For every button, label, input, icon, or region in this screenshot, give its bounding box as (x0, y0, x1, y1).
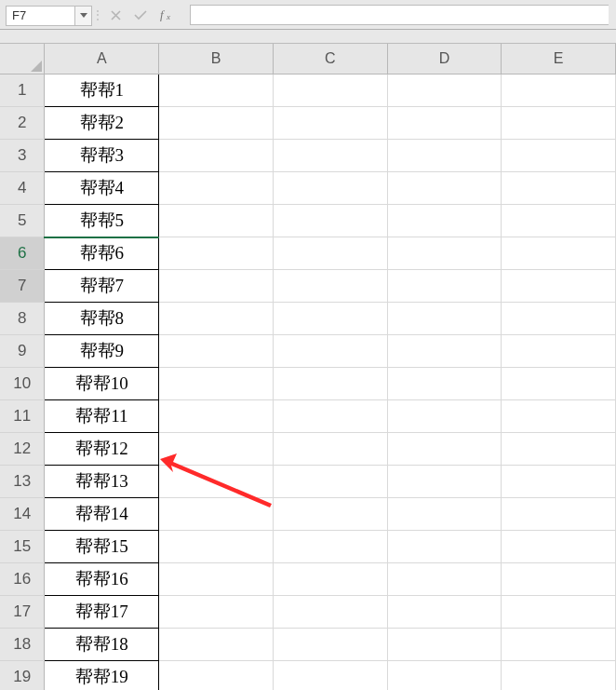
cell[interactable] (502, 368, 616, 400)
row-header[interactable]: 15 (0, 531, 45, 563)
cell[interactable] (387, 140, 502, 172)
row-header[interactable]: 7 (0, 270, 45, 303)
cell[interactable] (387, 107, 502, 140)
cell[interactable] (159, 74, 274, 107)
cell[interactable]: 帮帮9 (45, 335, 159, 368)
cell[interactable] (502, 466, 616, 498)
row-header[interactable]: 5 (0, 205, 45, 237)
cell[interactable] (502, 172, 616, 205)
cell[interactable] (273, 335, 387, 368)
cell[interactable] (502, 433, 616, 466)
row-header[interactable]: 6 (0, 237, 45, 270)
cell[interactable] (273, 107, 387, 140)
cell[interactable] (387, 205, 502, 237)
column-header-A[interactable]: A (45, 44, 159, 74)
row-header[interactable]: 14 (0, 498, 45, 531)
cell[interactable]: 帮帮8 (45, 303, 159, 335)
cell[interactable] (273, 237, 387, 270)
cell[interactable] (273, 661, 387, 691)
row-header[interactable]: 9 (0, 335, 45, 368)
cell[interactable] (159, 531, 274, 563)
cell[interactable] (502, 498, 616, 531)
cell[interactable]: 帮帮18 (45, 629, 159, 661)
cell[interactable]: 帮帮11 (45, 400, 159, 433)
cell[interactable] (502, 661, 616, 691)
cell[interactable] (387, 563, 502, 596)
cell[interactable] (502, 629, 616, 661)
cell[interactable] (387, 531, 502, 563)
cell[interactable]: 帮帮14 (45, 498, 159, 531)
cell[interactable] (273, 563, 387, 596)
column-header-B[interactable]: B (159, 44, 274, 74)
cell[interactable] (387, 466, 502, 498)
row-header[interactable]: 12 (0, 433, 45, 466)
column-header-C[interactable]: C (273, 44, 387, 74)
cell[interactable]: 帮帮4 (45, 172, 159, 205)
cell[interactable] (502, 205, 616, 237)
cell[interactable] (273, 205, 387, 237)
cell[interactable] (159, 629, 274, 661)
cell[interactable] (502, 400, 616, 433)
cell[interactable]: 帮帮3 (45, 140, 159, 172)
cell[interactable] (387, 433, 502, 466)
cell[interactable] (159, 205, 274, 237)
cell[interactable] (273, 270, 387, 303)
cell[interactable] (159, 172, 274, 205)
row-header[interactable]: 3 (0, 140, 45, 172)
cancel-icon[interactable] (111, 10, 121, 20)
cell[interactable] (273, 498, 387, 531)
cell[interactable] (159, 335, 274, 368)
cell[interactable]: 帮帮15 (45, 531, 159, 563)
row-header[interactable]: 10 (0, 368, 45, 400)
cell[interactable]: 帮帮12 (45, 433, 159, 466)
row-header[interactable]: 17 (0, 596, 45, 629)
cell[interactable] (159, 303, 274, 335)
row-header[interactable]: 13 (0, 466, 45, 498)
column-header-E[interactable]: E (502, 44, 616, 74)
cell[interactable] (159, 563, 274, 596)
cell[interactable] (502, 335, 616, 368)
cell[interactable]: 帮帮5 (45, 205, 159, 237)
formula-input[interactable] (190, 5, 609, 25)
cell[interactable] (159, 661, 274, 691)
cell[interactable] (159, 270, 274, 303)
cell[interactable] (273, 172, 387, 205)
cell[interactable] (502, 270, 616, 303)
row-header[interactable]: 8 (0, 303, 45, 335)
cell[interactable] (387, 498, 502, 531)
row-header[interactable]: 16 (0, 563, 45, 596)
cell[interactable] (502, 531, 616, 563)
cell[interactable] (387, 303, 502, 335)
cell[interactable] (273, 433, 387, 466)
cell[interactable]: 帮帮19 (45, 661, 159, 691)
cell[interactable] (273, 531, 387, 563)
cell[interactable]: 帮帮16 (45, 563, 159, 596)
cell[interactable]: 帮帮13 (45, 466, 159, 498)
row-header[interactable]: 11 (0, 400, 45, 433)
cell[interactable] (502, 596, 616, 629)
cell[interactable] (387, 237, 502, 270)
cell[interactable] (273, 74, 387, 107)
cell[interactable] (502, 303, 616, 335)
name-box[interactable]: F7 (6, 6, 75, 26)
cell[interactable] (502, 74, 616, 107)
row-header[interactable]: 4 (0, 172, 45, 205)
cell[interactable] (159, 498, 274, 531)
fx-icon[interactable]: f x (160, 8, 177, 21)
cell[interactable] (273, 596, 387, 629)
cell[interactable] (159, 237, 274, 270)
cell[interactable] (273, 629, 387, 661)
cell[interactable] (273, 140, 387, 172)
cell[interactable] (502, 140, 616, 172)
cell[interactable] (159, 596, 274, 629)
cell[interactable]: 帮帮10 (45, 368, 159, 400)
cell[interactable] (387, 74, 502, 107)
enter-icon[interactable] (134, 10, 147, 20)
cell[interactable] (387, 270, 502, 303)
cell[interactable] (159, 433, 274, 466)
cell[interactable]: 帮帮1 (45, 74, 159, 107)
cell[interactable] (387, 172, 502, 205)
cell[interactable] (502, 563, 616, 596)
row-header[interactable]: 1 (0, 74, 45, 107)
cell[interactable] (273, 466, 387, 498)
